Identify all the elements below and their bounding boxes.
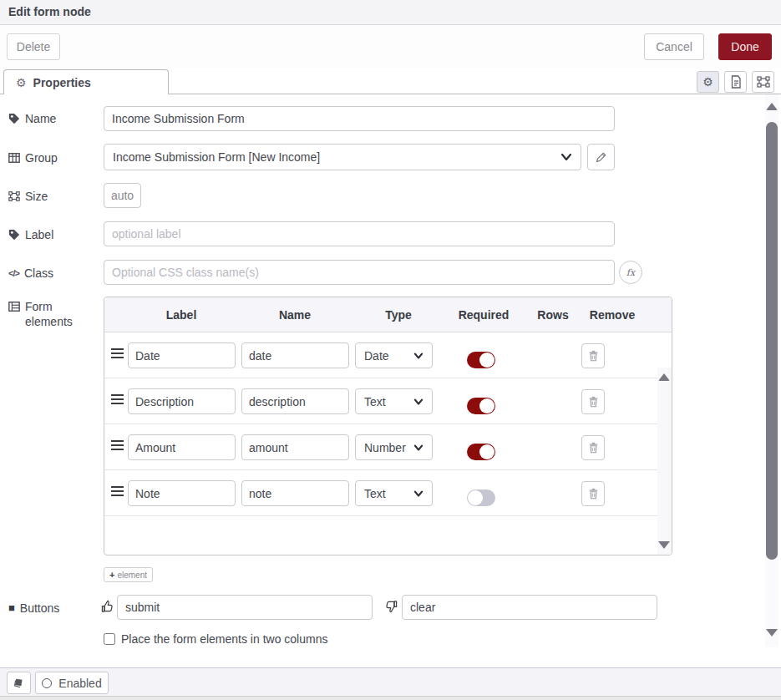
delete-button[interactable]: Delete <box>7 33 60 60</box>
pencil-icon <box>596 152 606 163</box>
chevron-down-icon <box>413 489 423 498</box>
two-columns-label: Place the form elements in two columns <box>121 632 327 646</box>
object-group-icon <box>8 190 20 202</box>
tab-bar: ⚙ Properties ⚙ <box>0 68 781 94</box>
trash-icon <box>588 350 599 362</box>
chevron-down-icon <box>560 152 572 162</box>
col-header-name: Name <box>279 297 311 332</box>
element-name-input[interactable] <box>241 480 349 506</box>
object-group-icon <box>757 75 770 89</box>
done-button[interactable]: Done <box>718 33 772 60</box>
dialog-scrollbar[interactable] <box>765 94 778 647</box>
code-icon: </> <box>8 266 19 281</box>
drag-handle-icon[interactable] <box>111 394 124 407</box>
table-row: Number <box>104 424 672 470</box>
group-field-label: Group <box>8 150 58 165</box>
thumbs-up-icon <box>101 600 114 613</box>
remove-element-button[interactable] <box>581 343 605 368</box>
class-field-label: </> Class <box>8 266 53 281</box>
clear-button-text-input[interactable] <box>402 595 657 620</box>
form-elements-table-header: Label Name Type Required Rows Remove <box>104 297 672 332</box>
chevron-down-icon <box>413 398 423 406</box>
dialog-title: Edit form node <box>8 0 91 24</box>
dialog-bottom-edge <box>0 696 781 700</box>
element-name-input[interactable] <box>241 434 349 460</box>
tab-properties-label: Properties <box>33 76 91 89</box>
toggle-knob <box>468 490 483 505</box>
label-field-label: Label <box>8 227 53 242</box>
scroll-up-arrow-icon[interactable] <box>658 373 670 381</box>
properties-gear-button[interactable]: ⚙ <box>697 71 719 93</box>
element-label-input[interactable] <box>128 388 236 414</box>
trash-icon <box>588 488 599 500</box>
class-input[interactable] <box>104 260 615 285</box>
col-header-rows: Rows <box>537 297 568 332</box>
add-element-button[interactable]: + element <box>104 567 153 582</box>
table-row: Text <box>104 470 672 516</box>
size-field-label: Size <box>8 189 48 204</box>
trash-icon <box>588 396 599 408</box>
form-elements-table: Label Name Type Required Rows Remove Dat… <box>104 297 672 555</box>
gear-icon: ⚙ <box>16 76 27 89</box>
cancel-button[interactable]: Cancel <box>644 33 704 60</box>
toggle-knob <box>479 398 494 413</box>
two-columns-checkbox[interactable] <box>104 633 115 645</box>
scroll-up-arrow-icon[interactable] <box>766 103 778 110</box>
dialog-header: Edit form node <box>0 0 781 25</box>
required-toggle[interactable] <box>467 398 495 414</box>
chevron-down-icon <box>413 444 423 452</box>
element-label-input[interactable] <box>128 480 236 506</box>
scrollbar-thumb[interactable] <box>766 122 778 560</box>
gear-icon: ⚙ <box>702 75 713 89</box>
col-header-remove: Remove <box>590 297 635 332</box>
remove-element-button[interactable] <box>581 389 605 414</box>
name-input[interactable] <box>104 106 615 131</box>
plus-icon: + <box>109 570 114 580</box>
thumbs-down-icon <box>385 600 398 613</box>
label-input[interactable] <box>104 221 615 246</box>
description-doc-button[interactable] <box>724 71 747 93</box>
class-fx-button[interactable]: fx <box>619 261 642 284</box>
dialog-footer: Enabled <box>0 667 781 696</box>
chevron-down-icon <box>413 352 423 360</box>
scroll-down-arrow-icon[interactable] <box>658 541 670 549</box>
element-type-select[interactable]: Text <box>355 388 433 414</box>
enabled-toggle-button[interactable]: Enabled <box>35 672 109 694</box>
element-type-select[interactable]: Number <box>355 434 433 460</box>
tab-properties[interactable]: ⚙ Properties <box>3 69 169 94</box>
submit-button-text-input[interactable] <box>117 595 373 620</box>
table-row: Date <box>104 332 672 378</box>
element-name-input[interactable] <box>241 388 349 414</box>
size-auto-button[interactable]: auto <box>104 183 141 208</box>
scroll-down-arrow-icon[interactable] <box>766 629 778 637</box>
table-scrollbar[interactable] <box>657 368 672 555</box>
col-header-required: Required <box>459 297 510 332</box>
group-select[interactable]: Income Submission Form [New Income] <box>104 144 581 170</box>
toggle-knob <box>479 353 494 368</box>
required-toggle[interactable] <box>467 444 495 460</box>
appearance-frame-button[interactable] <box>752 71 774 93</box>
drag-handle-icon[interactable] <box>111 348 124 361</box>
element-name-input[interactable] <box>241 342 349 368</box>
element-type-select[interactable]: Date <box>355 342 433 368</box>
form-elements-label: Form elements <box>8 299 96 329</box>
edit-form-node-dialog: Edit form node Delete Cancel Done ⚙ Prop… <box>0 0 781 700</box>
element-label-input[interactable] <box>128 434 236 460</box>
tag-icon <box>8 113 20 124</box>
edit-group-button[interactable] <box>587 144 615 170</box>
required-toggle[interactable] <box>467 352 495 368</box>
enabled-label: Enabled <box>58 677 101 690</box>
form-elements-table-body: Date Text <box>104 332 672 555</box>
node-help-book-button[interactable] <box>7 672 31 694</box>
col-header-label: Label <box>166 297 197 332</box>
remove-element-button[interactable] <box>581 481 605 506</box>
required-toggle[interactable] <box>467 489 495 506</box>
name-field-label: Name <box>8 111 56 126</box>
drag-handle-icon[interactable] <box>111 440 124 453</box>
trash-icon <box>588 442 599 454</box>
element-label-input[interactable] <box>128 342 236 368</box>
drag-handle-icon[interactable] <box>111 486 124 499</box>
two-columns-option[interactable]: Place the form elements in two columns <box>104 632 327 646</box>
remove-element-button[interactable] <box>581 435 605 460</box>
element-type-select[interactable]: Text <box>355 480 433 506</box>
